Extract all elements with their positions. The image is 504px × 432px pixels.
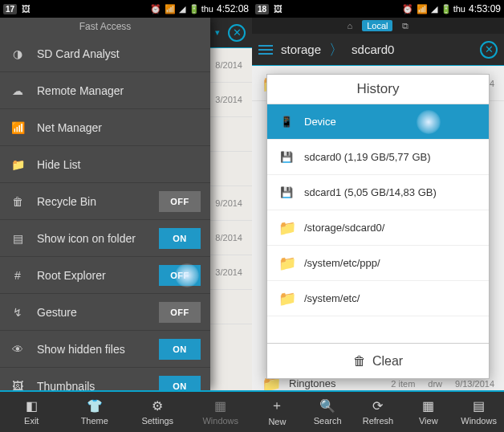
history-popup: History 📱 Device 💾 sdcard0 (1,19 GB/5,77… [266,74,490,379]
hidden-files-toggle[interactable]: ON [159,339,201,360]
image-icon: 🖼 [10,380,26,391]
chevron-right-icon: 〉 [329,40,343,59]
history-item-device[interactable]: 📱 Device [267,104,489,140]
nav-refresh[interactable]: ⟳ Refresh [353,392,404,432]
status-bar: 17 🖼 ⏰ 📶 ◢ 🔋 thu 4:52:08 [0,0,252,18]
clear-label: Clear [372,354,403,369]
dropdown-icon[interactable]: ▾ [215,27,220,38]
nav-view[interactable]: ▦ View [403,392,453,432]
menu-icon[interactable] [258,45,273,55]
file-list: 📁 2 item drw 10/0/2014 📁 Ringtones 2 ite… [252,66,504,390]
thumbnails-toggle[interactable]: ON [159,376,201,391]
device-icon: 📱 [278,116,295,128]
drawer-item-label: SD Card Analyst [37,47,201,60]
nav-settings[interactable]: ⚙ Settings [126,392,189,432]
nav-new[interactable]: ＋ New [252,392,303,432]
tab-other[interactable]: ⧉ [397,20,413,32]
history-title: History [267,75,489,104]
status-time: 4:52:08 [217,3,249,14]
history-item-path[interactable]: 📁 /system/etc/ppp/ [267,246,489,281]
window-tabs: ⌂ Local ⧉ [252,18,504,34]
path-bar: storage 〉 sdcard0 ✕ [252,34,504,66]
cloud-icon: ☁ [10,84,26,97]
drawer-item-label: Show hidden files [37,343,148,356]
recycle-bin-toggle[interactable]: OFF [159,191,201,212]
signal-icon: ◢ [431,4,437,14]
history-item-label: Device [304,116,336,128]
drawer-item-recycle-bin[interactable]: 🗑 Recycle Bin OFF [0,183,210,220]
history-item-label: /system/etc/ [304,292,360,304]
nav-label: Exit [24,416,39,426]
nav-search[interactable]: 🔍 Search [303,392,353,432]
phone-left: 17 🖼 ⏰ 📶 ◢ 🔋 thu 4:52:08 ▾ ✕ 8/2014 3/20… [0,0,252,432]
trash-icon: 🗑 [10,195,26,208]
status-date: 17 [3,4,17,14]
wifi-icon: 📶 [417,4,428,14]
tab-local[interactable]: Local [362,20,392,31]
history-item-path[interactable]: 📁 /system/etc/ [267,281,489,316]
drawer-item-label: Net Manager [37,121,201,134]
drawer-item-root-explorer[interactable]: # Root Explorer OFF [0,257,210,294]
drawer-item-label: Root Explorer [37,269,148,282]
path-seg-sdcard0[interactable]: sdcard0 [352,43,394,56]
history-item-sdcard0[interactable]: 💾 sdcard0 (1,19 GB/5,77 GB) [267,140,489,175]
drawer-title: Fast Access [0,18,210,35]
trash-icon: 🗑 [353,354,366,369]
folder-icon: 📁 [278,255,295,272]
close-tab-button[interactable]: ✕ [228,24,246,42]
status-bar: 18 🖼 ⏰ 📶 ◢ 🔋 thu 4:53:09 [252,0,504,18]
nav-theme[interactable]: 👕 Theme [63,392,127,432]
history-item-path[interactable]: 📁 /storage/sdcard0/ [267,210,489,246]
close-tab-button[interactable]: ✕ [480,41,498,59]
root-icon: # [10,269,26,282]
tab-home[interactable]: ⌂ [343,20,358,31]
refresh-icon: ⟳ [372,398,383,414]
drawer-item-net-manager[interactable]: 📶 Net Manager [0,109,210,146]
status-time: 4:53:09 [469,3,501,14]
chart-icon: ◑ [10,47,26,60]
drawer-item-remote-manager[interactable]: ☁ Remote Manager [0,72,210,109]
drawer-item-sd-analyst[interactable]: ◑ SD Card Analyst [0,35,210,72]
plus-icon: ＋ [270,397,283,414]
sd-icon: 💾 [278,186,295,198]
drawer-item-label: Hide List [37,158,201,171]
bottom-nav: ＋ New 🔍 Search ⟳ Refresh ▦ View ▤ Window… [252,390,504,432]
gear-icon: ⚙ [152,398,163,414]
status-date: 18 [255,4,269,14]
show-icon-toggle[interactable]: ON [159,228,201,249]
status-day: thu [201,4,213,14]
nav-windows[interactable]: ▦ Windows [189,392,253,432]
drawer-item-label: Thumbnails [37,380,148,391]
history-clear-button[interactable]: 🗑 Clear [267,343,489,378]
nav-label: New [268,417,286,426]
root-explorer-toggle[interactable]: OFF [159,265,201,286]
gesture-toggle[interactable]: OFF [159,302,201,323]
nav-windows[interactable]: ▤ Windows [453,392,504,432]
drawer-item-label: Show icon on folder [37,232,148,245]
nav-label: Windows [461,416,497,426]
exit-icon: ◧ [26,398,38,414]
image-icon: 🖼 [22,4,30,14]
touch-indicator [417,110,441,134]
search-icon: 🔍 [319,398,335,414]
nav-exit[interactable]: ◧ Exit [0,392,63,432]
history-item-label: /system/etc/ppp/ [304,257,380,269]
drawer-item-gesture[interactable]: ↯ Gesture OFF [0,294,210,331]
battery-icon: 🔋 [441,4,452,14]
fast-access-drawer: Fast Access ◑ SD Card Analyst ☁ Remote M… [0,18,210,390]
path-seg-storage[interactable]: storage [281,43,321,56]
nav-label: Refresh [363,416,394,426]
phone-right: 18 🖼 ⏰ 📶 ◢ 🔋 thu 4:53:09 ⌂ Local ⧉ stora… [252,0,504,432]
windows-icon: ▦ [214,398,226,414]
grid-icon: ▤ [10,232,26,245]
nav-label: Theme [81,416,108,426]
drawer-item-show-icon[interactable]: ▤ Show icon on folder ON [0,220,210,257]
bottom-nav: ◧ Exit 👕 Theme ⚙ Settings ▦ Windows [0,390,252,432]
drawer-item-hide-list[interactable]: 📁 Hide List [0,146,210,183]
history-item-sdcard1[interactable]: 💾 sdcard1 (5,05 GB/14,83 GB) [267,175,489,210]
history-item-label: sdcard1 (5,05 GB/14,83 GB) [304,186,437,198]
grid-icon: ▦ [422,398,434,414]
nav-label: Search [314,416,342,426]
drawer-item-hidden-files[interactable]: 👁 Show hidden files ON [0,331,210,368]
drawer-item-thumbnails[interactable]: 🖼 Thumbnails ON [0,368,210,390]
